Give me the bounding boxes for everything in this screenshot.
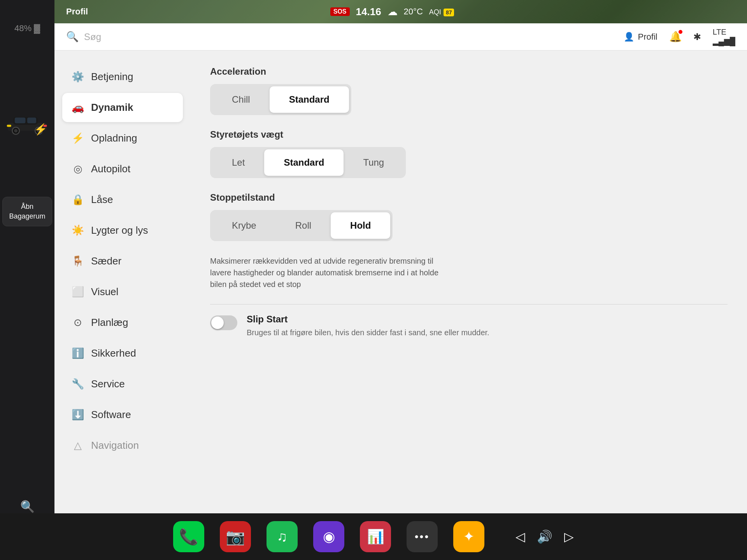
taskbar-chart-app-icon[interactable]: 📊 bbox=[360, 521, 391, 552]
search-input[interactable]: Søg bbox=[84, 32, 618, 42]
sidebar-nav: ⚙️ Betjening 🚗 Dynamik ⚡ Opladning ◎ Aut… bbox=[54, 51, 191, 513]
taskbar-media-controls: ◁ 🔊 ▷ bbox=[516, 529, 574, 544]
acceleration-title: Acceleration bbox=[210, 66, 728, 77]
sidebar-item-saeder[interactable]: 🪑 Sæder bbox=[62, 247, 183, 276]
status-bar: Profil SOS 14.16 ☁ 20°C AQI 87 bbox=[54, 0, 747, 23]
slip-start-description: Bruges til at frigøre bilen, hvis den si… bbox=[247, 327, 728, 338]
sidebar-label-laase: Låse bbox=[91, 194, 113, 206]
stopmode-description: Maksimerer rækkevidden ved at udvide reg… bbox=[210, 255, 444, 290]
sidebar-item-opladning[interactable]: ⚡ Opladning bbox=[62, 124, 183, 153]
steering-options: Let Standard Tung bbox=[210, 147, 406, 178]
slip-start-text-area: Slip Start Bruges til at frigøre bilen, … bbox=[247, 314, 728, 338]
battery-indicator: 48% ▓ bbox=[14, 23, 40, 33]
slip-start-title: Slip Start bbox=[247, 314, 728, 325]
sidebar-item-sikkerhed[interactable]: ℹ️ Sikkerhed bbox=[62, 339, 183, 368]
stopmode-title: Stoppetilstand bbox=[210, 192, 728, 203]
sidebar-label-opladning: Opladning bbox=[91, 132, 137, 144]
sidebar-label-planlaeg: Planlæg bbox=[91, 317, 128, 329]
software-icon: ⬇️ bbox=[72, 409, 84, 421]
acceleration-chill-button[interactable]: Chill bbox=[212, 86, 270, 113]
slip-start-toggle[interactable] bbox=[210, 315, 237, 330]
bluetooth-icon[interactable]: ✱ bbox=[693, 32, 701, 42]
acceleration-standard-button[interactable]: Standard bbox=[270, 86, 349, 113]
media-prev-button[interactable]: ◁ bbox=[516, 529, 525, 544]
sidebar-item-lygter[interactable]: ☀️ Lygter og lys bbox=[62, 216, 183, 245]
sidebar-item-navigation[interactable]: △ Navigation bbox=[62, 431, 183, 460]
lygter-icon: ☀️ bbox=[72, 224, 84, 236]
sidebar-item-planlaeg[interactable]: ⊙ Planlæg bbox=[62, 308, 183, 337]
settings-content: Acceleration Chill Standard Styretøjets … bbox=[191, 51, 747, 513]
sidebar-item-visuel[interactable]: ⬜ Visuel bbox=[62, 277, 183, 306]
taskbar: 📞 📷 ♫ ◉ 📊 ••• ✦ ◁ 🔊 ▷ bbox=[0, 513, 747, 560]
svg-rect-2 bbox=[15, 117, 25, 123]
taskbar-camera-icon[interactable]: 📷 bbox=[220, 521, 251, 552]
taskbar-star-app-icon[interactable]: ✦ bbox=[453, 521, 484, 552]
opladning-icon: ⚡ bbox=[72, 132, 84, 144]
battery-percent: 48% bbox=[14, 23, 32, 33]
dynamik-icon: 🚗 bbox=[72, 102, 84, 114]
search-right-icons: 👤 Profil 🔔 ✱ LTE▂▄▆█ bbox=[624, 28, 735, 46]
temperature-value: 20°C bbox=[404, 7, 423, 16]
content-area: ⚙️ Betjening 🚗 Dynamik ⚡ Opladning ◎ Aut… bbox=[54, 51, 747, 513]
planlaeg-icon: ⊙ bbox=[72, 317, 84, 329]
sikkerhed-icon: ℹ️ bbox=[72, 347, 84, 359]
media-next-button[interactable]: ▷ bbox=[564, 529, 574, 544]
service-icon: 🔧 bbox=[72, 378, 84, 390]
sidebar-label-navigation: Navigation bbox=[91, 439, 139, 452]
left-search-button[interactable]: 🔍 bbox=[20, 500, 35, 513]
sos-badge: SOS bbox=[330, 7, 350, 16]
sidebar-label-visuel: Visuel bbox=[91, 286, 118, 298]
sidebar-item-laase[interactable]: 🔒 Låse bbox=[62, 185, 183, 214]
taskbar-purple-app-icon[interactable]: ◉ bbox=[313, 521, 344, 552]
stopmode-options: Krybe Roll Hold bbox=[210, 210, 393, 241]
notification-button[interactable]: 🔔 bbox=[669, 31, 682, 43]
aqi-label: AQI bbox=[429, 8, 441, 16]
taskbar-spotify-icon[interactable]: ♫ bbox=[267, 521, 298, 552]
stopmode-krybe-button[interactable]: Krybe bbox=[212, 212, 276, 239]
notification-dot bbox=[679, 30, 682, 34]
stopmode-roll-button[interactable]: Roll bbox=[276, 212, 331, 239]
status-time: 14.16 bbox=[356, 6, 381, 18]
sidebar-item-software[interactable]: ⬇️ Software bbox=[62, 400, 183, 429]
profile-button[interactable]: 👤 Profil bbox=[624, 32, 658, 42]
svg-rect-8 bbox=[7, 125, 11, 127]
ev-lightning-badge: ⚡ bbox=[34, 123, 47, 136]
sidebar-label-dynamik: Dynamik bbox=[91, 102, 133, 114]
steering-tung-button[interactable]: Tung bbox=[344, 149, 403, 176]
sidebar-item-service[interactable]: 🔧 Service bbox=[62, 369, 183, 399]
acceleration-options: Chill Standard bbox=[210, 84, 351, 115]
navigation-icon: △ bbox=[72, 439, 84, 452]
taskbar-dots-app-icon[interactable]: ••• bbox=[407, 521, 438, 552]
volume-button[interactable]: 🔊 bbox=[537, 529, 552, 544]
steering-title: Styretøjets vægt bbox=[210, 129, 728, 140]
sidebar-item-dynamik[interactable]: 🚗 Dynamik bbox=[62, 93, 183, 122]
search-bar: 🔍 Søg 👤 Profil 🔔 ✱ LTE▂▄▆█ bbox=[54, 23, 747, 51]
svg-rect-3 bbox=[27, 117, 36, 123]
autopilot-icon: ◎ bbox=[72, 163, 84, 175]
open-trunk-button[interactable]: Åbn Bagagerum bbox=[2, 197, 52, 226]
profile-label: Profil bbox=[638, 32, 658, 42]
sidebar-item-autopilot[interactable]: ◎ Autopilot bbox=[62, 154, 183, 184]
lte-signal-icon: LTE▂▄▆█ bbox=[713, 28, 735, 46]
sidebar-label-autopilot: Autopilot bbox=[91, 163, 130, 175]
betjening-icon: ⚙️ bbox=[72, 71, 84, 83]
laase-icon: 🔒 bbox=[72, 194, 84, 206]
svg-point-5 bbox=[14, 129, 18, 133]
status-center: SOS 14.16 ☁ 20°C AQI 87 bbox=[330, 6, 454, 18]
taskbar-phone-icon[interactable]: 📞 bbox=[173, 521, 204, 552]
sidebar-label-lygter: Lygter og lys bbox=[91, 224, 148, 236]
status-profile-label[interactable]: Profil bbox=[66, 7, 88, 17]
section-divider bbox=[210, 304, 728, 304]
steering-standard-button[interactable]: Standard bbox=[264, 149, 344, 176]
stopmode-hold-button[interactable]: Hold bbox=[331, 212, 390, 239]
weather-cloud-icon: ☁ bbox=[388, 6, 398, 18]
sidebar-label-software: Software bbox=[91, 409, 131, 421]
temperature-display: 20°C bbox=[404, 7, 423, 17]
profile-person-icon: 👤 bbox=[624, 32, 634, 42]
left-panel: 48% ▓ ⚡ Åbn Bagagerum 🔍 bbox=[0, 0, 54, 537]
aqi-badge: AQI 87 bbox=[429, 7, 454, 17]
sidebar-label-betjening: Betjening bbox=[91, 71, 133, 83]
sidebar-item-betjening[interactable]: ⚙️ Betjening bbox=[62, 62, 183, 91]
saeder-icon: 🪑 bbox=[72, 255, 84, 267]
steering-let-button[interactable]: Let bbox=[212, 149, 264, 176]
